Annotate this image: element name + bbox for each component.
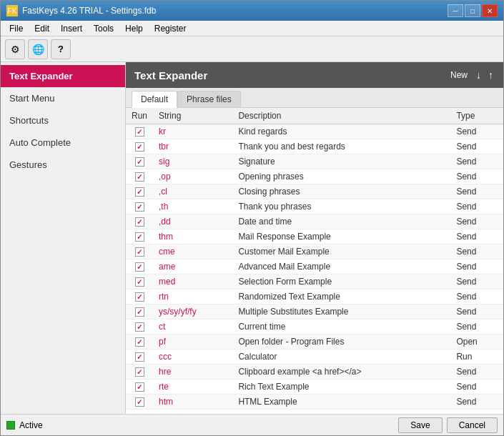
table-row[interactable]: rteRich Text ExampleSend (126, 380, 503, 395)
save-button[interactable]: Save (398, 417, 442, 433)
type-cell: Send (450, 244, 503, 259)
table-row[interactable]: sigSignatureSend (126, 154, 503, 169)
table-row[interactable]: cmeCustomer Mail ExampleSend (126, 244, 503, 259)
table-row[interactable]: pfOpen folder - Program FilesOpen (126, 335, 503, 350)
settings-toolbar-button[interactable]: ⚙ (5, 39, 25, 59)
window-controls: ─ □ ✕ (448, 4, 498, 17)
main-area: Text Expander Start Menu Shortcuts Auto … (1, 62, 503, 414)
string-cell: ys/sy/yf/fy (153, 304, 232, 319)
table-row[interactable]: ctCurrent timeSend (126, 319, 503, 335)
run-checkbox[interactable] (135, 277, 144, 287)
tab-default[interactable]: Default (132, 91, 177, 108)
menu-edit[interactable]: Edit (29, 22, 55, 35)
string-cell: ,dd (153, 214, 232, 229)
type-cell: Send (450, 199, 503, 214)
menu-tools[interactable]: Tools (88, 22, 119, 35)
move-down-button[interactable]: ↓ (475, 69, 483, 81)
table-row[interactable]: rtnRandomized Text ExampleSend (126, 289, 503, 304)
maximize-button[interactable]: □ (465, 4, 480, 17)
tab-phrase-files[interactable]: Phrase files (177, 91, 241, 107)
table-row[interactable]: ,thThank you phrasesSend (126, 199, 503, 214)
run-checkbox[interactable] (135, 187, 144, 197)
sidebar-item-start-menu[interactable]: Start Menu (1, 87, 125, 109)
app-icon: FK (6, 5, 18, 16)
sidebar-item-text-expander[interactable]: Text Expander (1, 65, 125, 87)
help-toolbar-button[interactable]: ? (51, 39, 71, 59)
content-header-actions: New ↓ ↑ (448, 69, 495, 81)
table-header-row: Run String Description Type (126, 108, 503, 124)
type-cell: Send (450, 365, 503, 380)
description-cell: Customer Mail Example (232, 244, 450, 259)
string-cell: ccc (153, 350, 232, 365)
string-cell: ,op (153, 169, 232, 184)
run-checkbox[interactable] (135, 172, 144, 182)
description-cell: Date and time (232, 214, 450, 229)
table-row[interactable]: medSelection Form ExampleSend (126, 274, 503, 289)
run-checkbox-cell (126, 244, 153, 259)
run-checkbox[interactable] (135, 142, 144, 152)
description-cell: Randomized Text Example (232, 289, 450, 304)
run-checkbox[interactable] (135, 217, 144, 227)
globe-toolbar-button[interactable]: 🌐 (28, 39, 48, 59)
run-checkbox[interactable] (135, 367, 144, 377)
run-checkbox[interactable] (135, 337, 144, 347)
run-checkbox-cell (126, 199, 153, 214)
table-row[interactable]: ,clClosing phrasesSend (126, 184, 503, 199)
string-cell: rtn (153, 289, 232, 304)
description-cell: Advanced Mail Example (232, 259, 450, 274)
string-cell: pf (153, 335, 232, 350)
menu-help[interactable]: Help (119, 22, 149, 35)
menu-register[interactable]: Register (149, 22, 192, 35)
table-wrapper: Run String Description Type krKind regar… (126, 108, 503, 414)
cancel-button[interactable]: Cancel (447, 417, 498, 433)
run-checkbox-cell (126, 380, 153, 395)
string-cell: ,th (153, 199, 232, 214)
run-checkbox[interactable] (135, 202, 144, 212)
run-checkbox[interactable] (135, 352, 144, 362)
run-checkbox[interactable] (135, 262, 144, 272)
sidebar-item-auto-complete[interactable]: Auto Complete (1, 132, 125, 154)
run-checkbox-cell (126, 124, 153, 139)
table-row[interactable]: ys/sy/yf/fyMultiple Substitutes ExampleS… (126, 304, 503, 319)
description-cell: Closing phrases (232, 184, 450, 199)
run-checkbox-cell (126, 259, 153, 274)
content-title: Text Expander (134, 69, 207, 81)
table-row[interactable]: thmMail Response ExampleSend (126, 229, 503, 244)
table-row[interactable]: tbrThank you and best regardsSend (126, 139, 503, 154)
table-row[interactable]: ,opOpening phrasesSend (126, 169, 503, 184)
type-cell: Send (450, 229, 503, 244)
run-checkbox-cell (126, 169, 153, 184)
run-checkbox[interactable] (135, 397, 144, 407)
run-checkbox[interactable] (135, 307, 144, 317)
close-button[interactable]: ✕ (482, 4, 498, 17)
table-row[interactable]: htmHTML ExampleSend (126, 395, 503, 410)
table-row[interactable]: krKind regardsSend (126, 124, 503, 139)
content-area: Text Expander New ↓ ↑ Default Phrase fil… (126, 62, 503, 414)
col-string: String (153, 108, 232, 124)
table-row[interactable]: ameAdvanced Mail ExampleSend (126, 259, 503, 274)
menu-file[interactable]: File (4, 22, 29, 35)
string-cell: thm (153, 229, 232, 244)
run-checkbox[interactable] (135, 247, 144, 257)
table-row[interactable]: hreClipboard example <a href></a>Send (126, 365, 503, 380)
run-checkbox[interactable] (135, 157, 144, 167)
run-checkbox[interactable] (135, 292, 144, 302)
description-cell: HTML Example (232, 395, 450, 410)
description-cell: Opening phrases (232, 169, 450, 184)
description-cell: Rich Text Example (232, 380, 450, 395)
run-checkbox[interactable] (135, 127, 144, 137)
minimize-button[interactable]: ─ (448, 4, 463, 17)
run-checkbox-cell (126, 214, 153, 229)
new-button[interactable]: New (448, 69, 470, 81)
run-checkbox[interactable] (135, 382, 144, 392)
type-cell: Send (450, 380, 503, 395)
type-cell: Send (450, 154, 503, 169)
menu-insert[interactable]: Insert (55, 22, 88, 35)
table-row[interactable]: ,ddDate and timeSend (126, 214, 503, 229)
run-checkbox[interactable] (135, 232, 144, 242)
run-checkbox[interactable] (135, 322, 144, 332)
sidebar-item-shortcuts[interactable]: Shortcuts (1, 109, 125, 132)
sidebar-item-gestures[interactable]: Gestures (1, 154, 125, 176)
table-row[interactable]: cccCalculatorRun (126, 350, 503, 365)
move-up-button[interactable]: ↑ (487, 69, 495, 81)
